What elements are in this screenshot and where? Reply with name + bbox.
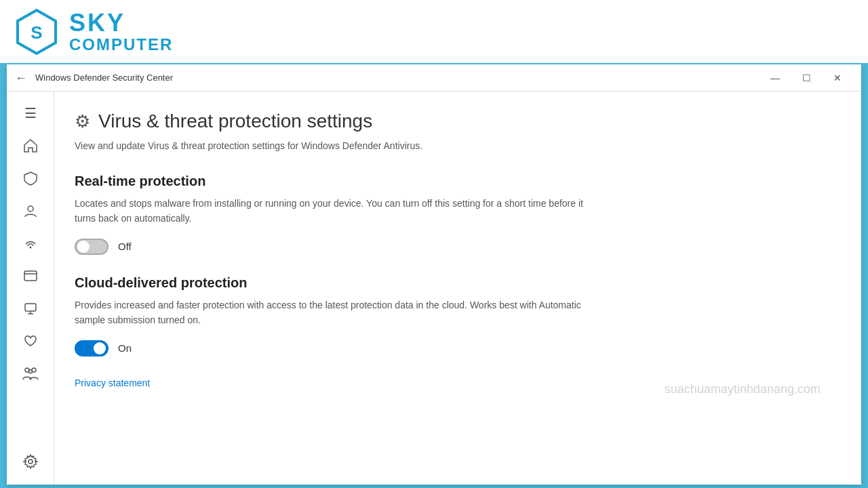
brand-logo: S SKY COMPUTER xyxy=(14,9,173,55)
svg-text:S: S xyxy=(31,22,42,43)
content-area: ⚙ Virus & threat protection settings Vie… xyxy=(54,92,861,485)
user-icon[interactable] xyxy=(15,196,46,226)
sidebar: ☰ xyxy=(7,92,54,485)
close-button[interactable]: ✕ xyxy=(822,67,853,89)
svg-rect-7 xyxy=(25,304,36,311)
page-subtitle: View and update Virus & threat protectio… xyxy=(75,139,604,153)
svg-point-3 xyxy=(28,206,33,211)
realtime-section: Real-time protection Locates and stops m… xyxy=(75,174,834,255)
title-bar: ← Windows Defender Security Center — ☐ ✕ xyxy=(7,64,861,92)
brand-computer-label: COMPUTER xyxy=(69,36,173,54)
cloud-toggle-knob xyxy=(94,342,106,354)
privacy-link[interactable]: Privacy statement xyxy=(75,378,150,388)
back-button[interactable]: ← xyxy=(15,72,27,84)
shield-icon[interactable] xyxy=(15,163,46,193)
cloud-toggle-label: On xyxy=(118,342,132,354)
menu-icon[interactable]: ☰ xyxy=(15,98,46,128)
brand-sky-label: SKY xyxy=(69,9,173,37)
page-title-icon: ⚙ xyxy=(75,111,90,132)
cloud-section: Cloud-delivered protection Provides incr… xyxy=(75,275,834,357)
cloud-toggle[interactable] xyxy=(75,340,108,357)
cloud-toggle-row: On xyxy=(75,340,834,357)
realtime-toggle-label: Off xyxy=(118,241,132,252)
cloud-title: Cloud-delivered protection xyxy=(75,275,834,291)
family-icon[interactable] xyxy=(15,359,46,388)
wireless-icon[interactable] xyxy=(15,228,46,258)
page-title-row: ⚙ Virus & threat protection settings xyxy=(75,110,834,132)
logo-icon: S xyxy=(14,9,60,55)
realtime-toggle[interactable] xyxy=(75,239,108,255)
watermark: suachuamaytinhdanang.com xyxy=(665,382,821,396)
brand-text: SKY COMPUTER xyxy=(69,9,173,54)
realtime-toggle-knob xyxy=(77,241,90,253)
device-icon[interactable] xyxy=(15,293,46,323)
svg-point-12 xyxy=(28,370,32,373)
main-window: ← Windows Defender Security Center — ☐ ✕… xyxy=(7,64,861,485)
settings-icon[interactable] xyxy=(15,447,46,476)
window-controls: — ☐ ✕ xyxy=(760,67,853,89)
svg-marker-2 xyxy=(24,140,37,152)
browser-icon[interactable] xyxy=(15,261,46,291)
cloud-desc: Provides increased and faster protection… xyxy=(75,298,604,328)
home-icon[interactable] xyxy=(15,131,46,161)
realtime-title: Real-time protection xyxy=(75,174,834,189)
window-title: Windows Defender Security Center xyxy=(35,73,760,83)
svg-point-13 xyxy=(28,460,33,464)
realtime-desc: Locates and stops malware from installin… xyxy=(75,196,604,226)
svg-rect-5 xyxy=(24,271,37,281)
svg-point-4 xyxy=(29,247,31,249)
maximize-button[interactable]: ☐ xyxy=(791,67,822,89)
health-icon[interactable] xyxy=(15,326,46,356)
window-body: ☰ xyxy=(7,92,861,485)
brand-bar: S SKY COMPUTER xyxy=(0,0,868,64)
minimize-button[interactable]: — xyxy=(760,67,791,89)
realtime-toggle-row: Off xyxy=(75,239,834,255)
page-title: Virus & threat protection settings xyxy=(98,110,372,132)
